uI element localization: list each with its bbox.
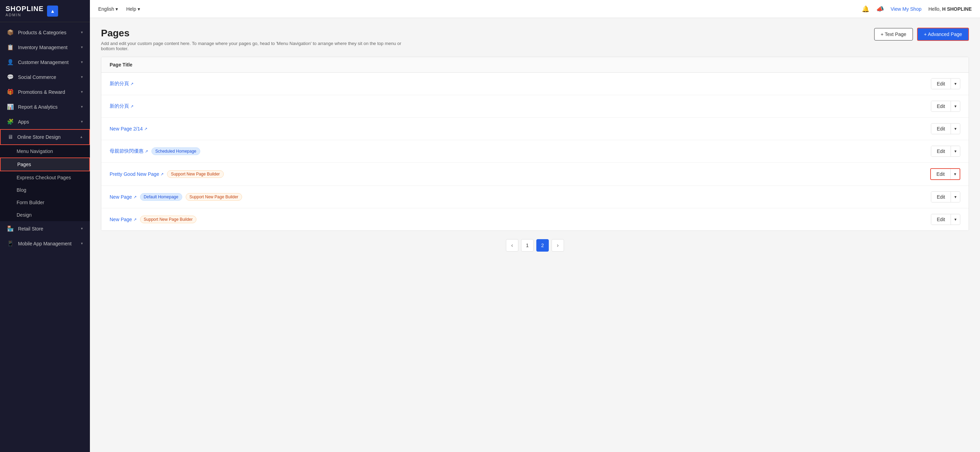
sidebar-item-label: Retail Store — [18, 226, 43, 232]
edit-dropdown[interactable]: Edit ▾ — [931, 123, 960, 134]
table-row: New Page 2/14 ↗ Edit ▾ — [101, 118, 969, 140]
chevron-icon: ▾ — [81, 75, 83, 79]
sidebar-item-form-builder[interactable]: Form Builder — [0, 196, 90, 209]
row-title: New Page ↗ Default Homepage Support New … — [110, 193, 242, 201]
sidebar-item-menu-navigation[interactable]: Menu Navigation — [0, 145, 90, 158]
sidebar-item-label: Mobile App Management — [18, 241, 72, 246]
row-title: 新的分頁 ↗ — [110, 103, 134, 109]
pagination-page-2[interactable]: 2 — [536, 239, 549, 252]
external-link-icon: ↗ — [130, 81, 134, 86]
chevron-icon: ▾ — [81, 89, 83, 94]
sidebar-logo: SHOPLINE ADMIN ▲ — [0, 0, 90, 22]
table-row: Pretty Good New Page ↗ Support New Page … — [101, 163, 969, 186]
greeting-text: Hello, H SHOPLINE — [929, 6, 972, 12]
brand-name: SHOPLINE — [6, 5, 44, 13]
edit-chevron-icon: ▾ — [951, 192, 960, 202]
chevron-icon: ▾ — [80, 135, 82, 139]
sidebar-item-online-store[interactable]: 🖥 Online Store Design ▾ — [0, 129, 90, 145]
table-header: Page Title — [101, 57, 969, 73]
online-store-icon: 🖥 — [8, 134, 13, 140]
edit-dropdown-highlighted[interactable]: Edit ▾ — [930, 168, 960, 180]
page-link[interactable]: New Page ↗ — [110, 217, 137, 222]
edit-dropdown[interactable]: Edit ▾ — [931, 214, 960, 225]
sidebar-item-mobile-app[interactable]: 📱 Mobile App Management ▾ — [0, 236, 90, 251]
page-title: Pages — [101, 28, 412, 39]
sidebar-item-label: Products & Categories — [18, 30, 67, 35]
apps-icon: 🧩 — [7, 118, 14, 125]
page-header-left: Pages Add and edit your custom page cont… — [101, 28, 412, 51]
edit-dropdown[interactable]: Edit ▾ — [931, 192, 960, 203]
sidebar-item-label: Apps — [18, 119, 29, 125]
external-link-icon: ↗ — [161, 172, 164, 177]
sidebar-item-inventory[interactable]: 📋 Inventory Management ▾ — [0, 40, 90, 55]
sidebar-item-blog[interactable]: Blog — [0, 184, 90, 196]
text-page-button[interactable]: + Text Page — [874, 28, 913, 40]
page-link[interactable]: 新的分頁 ↗ — [110, 81, 134, 87]
sidebar-item-report[interactable]: 📊 Report & Analytics ▾ — [0, 99, 90, 114]
sidebar-item-label: Online Store Design — [17, 134, 60, 140]
page-link[interactable]: 新的分頁 ↗ — [110, 103, 134, 109]
table-row: New Page ↗ Default Homepage Support New … — [101, 186, 969, 208]
view-my-shop-link[interactable]: View My Shop — [891, 6, 921, 12]
sidebar-item-retail-store[interactable]: 🏪 Retail Store ▾ — [0, 221, 90, 236]
help-menu[interactable]: Help ▾ — [126, 6, 140, 12]
sidebar-item-apps[interactable]: 🧩 Apps ▾ — [0, 114, 90, 129]
page-link[interactable]: New Page 2/14 ↗ — [110, 126, 147, 131]
sidebar-item-label: Social Commerce — [18, 74, 56, 80]
sidebar-item-pages[interactable]: Pages — [0, 158, 90, 171]
table-row: 新的分頁 ↗ Edit ▾ — [101, 73, 969, 95]
sidebar-item-products[interactable]: 📦 Products & Categories ▾ — [0, 25, 90, 40]
sidebar-item-express-checkout[interactable]: Express Checkout Pages — [0, 171, 90, 184]
retail-store-icon: 🏪 — [7, 225, 14, 232]
pagination-next[interactable]: › — [552, 239, 564, 252]
chevron-icon: ▾ — [81, 30, 83, 35]
row-title: New Page ↗ Support New Page Builder — [110, 216, 196, 223]
page-description: Add and edit your custom page content he… — [101, 41, 412, 51]
chevron-icon: ▾ — [81, 60, 83, 64]
page-link[interactable]: Pretty Good New Page ↗ — [110, 171, 164, 177]
pagination-page-1[interactable]: 1 — [521, 239, 534, 252]
main-content: Pages Add and edit your custom page cont… — [90, 18, 980, 452]
edit-chevron-icon: ▾ — [951, 169, 959, 179]
edit-dropdown[interactable]: Edit ▾ — [931, 78, 960, 89]
edit-chevron-icon: ▾ — [951, 124, 960, 134]
notification-icon[interactable]: 🔔 — [862, 5, 869, 13]
social-icon: 💬 — [7, 74, 14, 80]
page-link[interactable]: 母親節快閃優惠 ↗ — [110, 148, 148, 154]
table-row: New Page ↗ Support New Page Builder Edit… — [101, 208, 969, 230]
sub-nav-online-store: Menu Navigation Pages Express Checkout P… — [0, 145, 90, 221]
row-actions: Edit ▾ — [930, 168, 960, 180]
mobile-app-icon: 📱 — [7, 240, 14, 247]
sidebar-item-social[interactable]: 💬 Social Commerce ▾ — [0, 70, 90, 85]
row-title: New Page 2/14 ↗ — [110, 126, 147, 131]
sidebar: SHOPLINE ADMIN ▲ 📦 Products & Categories… — [0, 0, 90, 452]
chevron-down-icon: ▾ — [138, 6, 140, 12]
language-selector[interactable]: English ▾ — [98, 6, 118, 12]
pagination: ‹ 1 2 › — [101, 239, 969, 257]
table-row: 新的分頁 ↗ Edit ▾ — [101, 95, 969, 118]
chevron-icon: ▾ — [81, 104, 83, 109]
sidebar-item-design[interactable]: Design — [0, 209, 90, 221]
sidebar-item-customer[interactable]: 👤 Customer Management ▾ — [0, 55, 90, 70]
edit-dropdown[interactable]: Edit ▾ — [931, 146, 960, 157]
advanced-page-button[interactable]: + Advanced Page — [917, 28, 969, 41]
external-link-icon: ↗ — [134, 195, 137, 200]
page-link[interactable]: New Page ↗ — [110, 194, 137, 200]
topbar-left: English ▾ Help ▾ — [98, 6, 140, 12]
inventory-icon: 📋 — [7, 44, 14, 51]
row-title: 母親節快閃優惠 ↗ Scheduled Homepage — [110, 147, 200, 155]
support-new-page-builder-tag: Support New Page Builder — [140, 216, 196, 223]
chevron-down-icon: ▾ — [116, 6, 118, 12]
topbar: English ▾ Help ▾ 🔔 📣 View My Shop Hello,… — [90, 0, 980, 18]
row-actions: Edit ▾ — [931, 146, 960, 157]
sidebar-item-label: Inventory Management — [18, 45, 67, 50]
pagination-prev[interactable]: ‹ — [506, 239, 519, 252]
row-title: Pretty Good New Page ↗ Support New Page … — [110, 170, 224, 178]
page-actions: + Text Page + Advanced Page — [874, 28, 969, 41]
sidebar-item-promotions[interactable]: 🎁 Promotions & Reward ▾ — [0, 85, 90, 99]
sidebar-item-label: Customer Management — [18, 59, 68, 65]
sidebar-item-label: Report & Analytics — [18, 104, 57, 110]
row-actions: Edit ▾ — [931, 214, 960, 225]
megaphone-icon[interactable]: 📣 — [876, 5, 884, 13]
edit-dropdown[interactable]: Edit ▾ — [931, 101, 960, 112]
